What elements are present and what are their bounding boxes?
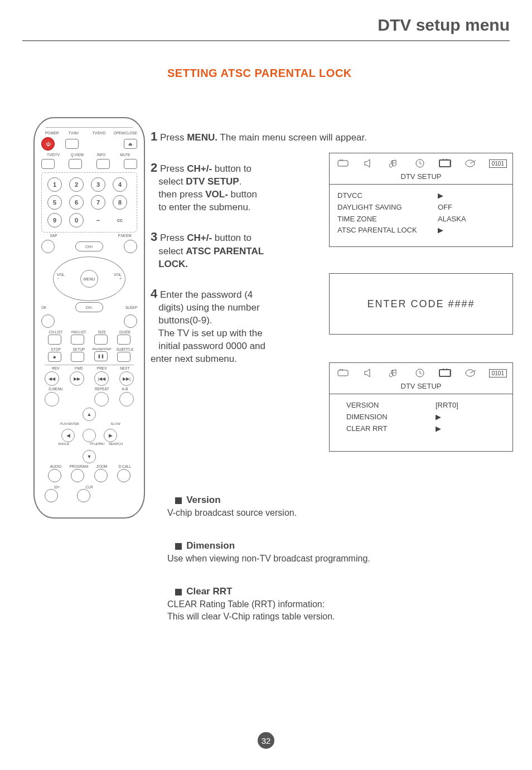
remote-label: FWD [66,366,91,370]
page-number-badge: 32 [258,732,274,749]
remote-button [94,392,109,406]
remote-button [124,314,137,328]
step-bold: LOCK. [158,259,188,269]
svg-rect-4 [439,160,451,167]
num-button: 4 [113,177,127,192]
remote-label: PAUSE/STEP [90,347,114,351]
osd-line: TIME ZONEALASKA [337,214,505,225]
stop-icon: ■ [48,352,61,362]
remote-label: SETUP [66,347,91,351]
dish-icon [463,366,479,380]
osd-line: DAYLIGHT SAVINGOFF [337,202,505,214]
remote-button [48,469,61,482]
svg-point-10 [342,369,343,370]
osd-code: 0101 [489,369,507,377]
step-number: 3 [151,230,157,244]
num-button: 1 [47,177,62,192]
steps-column: 1 Press MENU. The main menu screen will … [151,128,323,380]
step-bold: DTV SETUP [186,176,239,187]
step-text: button to [212,163,252,174]
step-text: enter next submenu. [151,353,237,364]
osd-line: DTVCC▶ [337,190,505,202]
remote-label: INFO [89,153,113,157]
vol-plus-label: VOL+ [114,273,122,280]
remote-label: SAP [41,234,66,238]
ch-plus-button: CH+ [75,241,103,251]
num-button: 7 [91,195,105,210]
desc-dimension: Dimension Use when viewing non-TV broadc… [167,540,480,565]
osd-value: [RRT0] [436,400,458,411]
header-divider [22,40,510,41]
desc-text: CLEAR Rating Table (RRT) information: [167,598,480,611]
osd-enter-code-text: ENTER CODE #### [367,298,475,310]
step-text: select [158,246,186,256]
osd-key: VERSION [346,400,402,411]
ch-minus-button: CH- [75,302,103,312]
step-text: then press [158,189,205,200]
remote-label: SIZE [90,330,114,334]
svg-rect-12 [439,370,451,376]
step-bold: CH+/- [187,233,212,243]
remote-label: FAV.LIST [66,330,91,334]
osd-iconbar: 0101 [330,363,512,381]
rewind-icon: ◀◀ [45,371,59,386]
remote-label: 10+ [45,485,69,489]
num-button: 0 [69,213,84,227]
osd-caption: DTV SETUP [330,381,512,394]
step-text: The main menu screen will appear. [217,132,367,143]
num-button: 9 [47,213,62,227]
osd-value: ALASKA [438,214,505,225]
eject-icon: ⏏ [124,139,137,149]
step-text: buttons(0-9). [158,315,212,326]
dpad: ▲ ◀ ▶ ▼ PLAY/ENTER SLOW ANGLE TITLE/PBC … [61,408,117,463]
step-text: Press [160,163,187,174]
remote-button [124,240,137,253]
dash-label: − [91,213,105,227]
remote-label: CLR [77,485,101,489]
picture-icon [335,157,351,170]
remote-label: Q.VIEW [65,153,89,157]
step-3: 3 Press CH+/- button to select ATSC PARE… [151,229,323,271]
step-bold: MENU. [187,132,217,143]
desc-heading: Clear RRT [186,586,232,597]
osd-line: ATSC PARENTAL LOCK▶ [337,225,505,236]
step-bold: ATSC PARENTAL [186,246,264,256]
power-icon: ⏻ [41,137,55,151]
step-4: 4 Enter the password (4 digits) using th… [151,285,323,366]
remote-button [45,489,58,502]
remote-label: OPEN/CLOSE [114,131,137,135]
osd-line: CLEAR RRT▶ [346,423,505,435]
num-button: 5 [47,195,62,210]
remote-label: ANGLE [58,442,69,445]
remote-label: D.MENU [43,387,68,391]
down-icon: ▼ [83,450,96,463]
remote-illustration: POWER TV/AV TV/DVD OPEN/CLOSE ⏻ ⏏ TV/DTV… [33,117,145,519]
remote-label: ZOOM [90,464,114,468]
nav-oval: MENU VOL− VOL+ [53,256,125,301]
pause-icon: ❚❚ [94,351,108,361]
remote-label: PLAY/ENTER [60,422,79,425]
remote-label: D.CALL [113,464,137,468]
num-button: 3 [91,177,105,192]
step-number: 4 [151,287,157,301]
osd-value: ▶ [436,411,441,423]
step-text: digits) using the number [158,302,259,313]
remote-label: TITLE/PBC [89,442,105,445]
remote-label: CH.LIST [43,330,68,334]
up-icon: ▲ [83,408,96,421]
remote-label: TV/AV [63,131,85,135]
osd-key: DTVCC [337,190,362,202]
remote-button [94,335,108,345]
remote-label: SEARCH [109,442,123,445]
remote-label: SUBTITLE [113,347,137,351]
desc-text: Use when viewing non-TV broadcast progra… [167,553,480,565]
menu-button: MENU [80,270,98,288]
step-text: initial password 0000 and [156,341,265,351]
picture-icon [335,366,351,380]
osd-key: TIME ZONE [337,214,377,225]
step-bold: CH+/- [187,163,212,174]
remote-label: P.MODE [113,234,137,238]
step-bold: VOL- [205,189,228,200]
speaker-icon [361,157,376,170]
clock-icon [412,366,428,380]
